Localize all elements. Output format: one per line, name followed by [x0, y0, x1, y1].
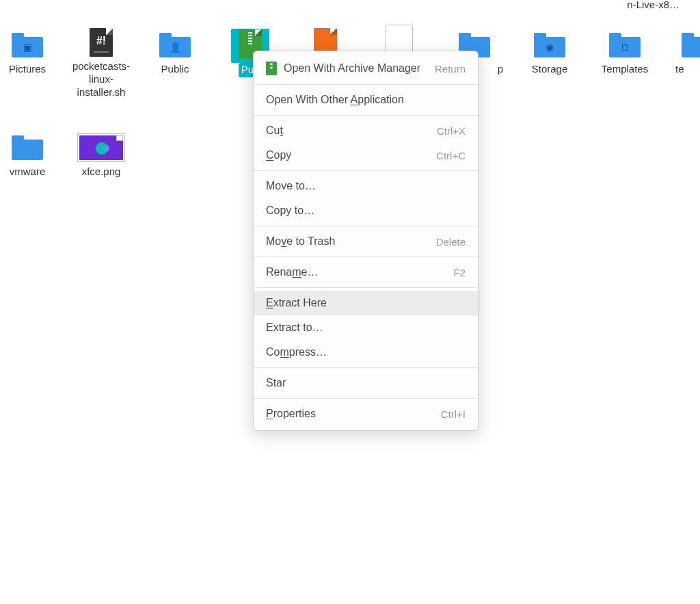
- menu-separator: [254, 367, 478, 368]
- menu-item-open-archive-manager[interactable]: Open With Archive Manager Return: [254, 55, 478, 81]
- menu-item-accelerator: Ctrl+C: [436, 150, 466, 161]
- menu-item-label: Properties: [266, 408, 316, 420]
- folder-icon: 👤: [159, 31, 191, 59]
- menu-item-accelerator: Return: [435, 63, 466, 75]
- menu-item-move-to[interactable]: Move to…: [254, 174, 478, 198]
- desktop-item-label: Pictures: [0, 63, 60, 76]
- script-file-icon: #!: [85, 29, 118, 56]
- menu-item-label: Extract to…: [266, 321, 323, 334]
- desktop-item-public[interactable]: 👤 Public: [142, 31, 208, 76]
- desktop-item-label: vmware: [0, 166, 60, 179]
- menu-item-label: Extract Here: [266, 297, 327, 309]
- menu-item-label: Copy to…: [266, 205, 314, 217]
- menu-item-label: Open With Other Application: [266, 94, 404, 106]
- menu-item-label: Rename…: [266, 266, 318, 278]
- menu-item-label: Compress…: [266, 346, 327, 358]
- desktop-item-label: Public: [142, 63, 208, 76]
- archive-file-icon: [266, 62, 277, 75]
- folder-icon: [675, 31, 700, 59]
- menu-item-compress[interactable]: Compress…: [254, 340, 478, 365]
- menu-item-extract-to[interactable]: Extract to…: [254, 315, 478, 340]
- folder-icon: ▣: [11, 31, 44, 59]
- desktop-item-storage[interactable]: ◉ Storage: [517, 31, 582, 76]
- folder-icon: ◉: [533, 31, 566, 59]
- menu-separator: [254, 257, 478, 257]
- menu-separator: [254, 226, 478, 226]
- menu-item-properties[interactable]: Properties Ctrl+I: [254, 402, 478, 426]
- menu-separator: [254, 170, 478, 171]
- menu-item-accelerator: F2: [453, 267, 466, 278]
- menu-separator: [254, 398, 478, 399]
- menu-item-accelerator: Delete: [436, 236, 466, 248]
- menu-item-label: Copy: [266, 149, 291, 161]
- menu-item-label: Cut: [266, 124, 283, 137]
- image-thumbnail-icon: [77, 134, 126, 161]
- desktop-item-label: Templates: [592, 63, 658, 76]
- desktop-item-label: Storage: [517, 63, 582, 76]
- desktop-item-vmware[interactable]: vmware: [0, 134, 60, 179]
- desktop-item-pocketcasts[interactable]: #! pocketcasts-linux-installer.sh: [68, 29, 134, 99]
- menu-item-copy[interactable]: Copy Ctrl+C: [254, 143, 478, 168]
- menu-item-extract-here[interactable]: Extract Here: [254, 291, 478, 315]
- folder-icon: [11, 134, 44, 161]
- menu-item-cut[interactable]: Cut Ctrl+X: [254, 118, 478, 143]
- menu-item-label: Move to…: [266, 180, 316, 192]
- desktop-item-templates[interactable]: 🗋 Templates: [592, 31, 658, 76]
- desktop-item-xfce-image[interactable]: xfce.png: [68, 134, 134, 179]
- menu-separator: [254, 84, 478, 85]
- menu-item-accelerator: Ctrl+I: [441, 408, 466, 420]
- menu-separator: [254, 287, 478, 288]
- menu-item-copy-to[interactable]: Copy to…: [254, 198, 478, 223]
- context-menu: Open With Archive Manager Return Open Wi…: [253, 51, 479, 431]
- desktop-item-folder-truncated[interactable]: te: [675, 31, 700, 76]
- desktop-item-label: xfce.png: [68, 166, 134, 179]
- menu-item-label: Move to Trash: [266, 235, 335, 248]
- menu-item-accelerator: Ctrl+X: [437, 125, 466, 137]
- menu-item-open-with-other[interactable]: Open With Other Application: [254, 88, 478, 112]
- menu-item-star[interactable]: Star: [254, 371, 478, 395]
- menu-item-rename[interactable]: Rename… F2: [254, 260, 478, 285]
- menu-item-label: Star: [266, 377, 286, 389]
- folder-icon: 🗋: [608, 31, 641, 59]
- desktop-item-truncated-label: n-Live-x8…: [627, 0, 679, 10]
- desktop-item-label: te: [675, 63, 700, 76]
- desktop-item-pictures[interactable]: ▣ Pictures: [0, 31, 60, 76]
- desktop[interactable]: n-Live-x8… ▣ Pictures #! pocketcasts-lin…: [0, 0, 700, 604]
- menu-item-move-to-trash[interactable]: Move to Trash Delete: [254, 229, 478, 254]
- menu-item-label: Open With Archive Manager: [284, 62, 420, 75]
- menu-separator: [254, 115, 478, 116]
- desktop-item-label: pocketcasts-linux-installer.sh: [68, 60, 134, 99]
